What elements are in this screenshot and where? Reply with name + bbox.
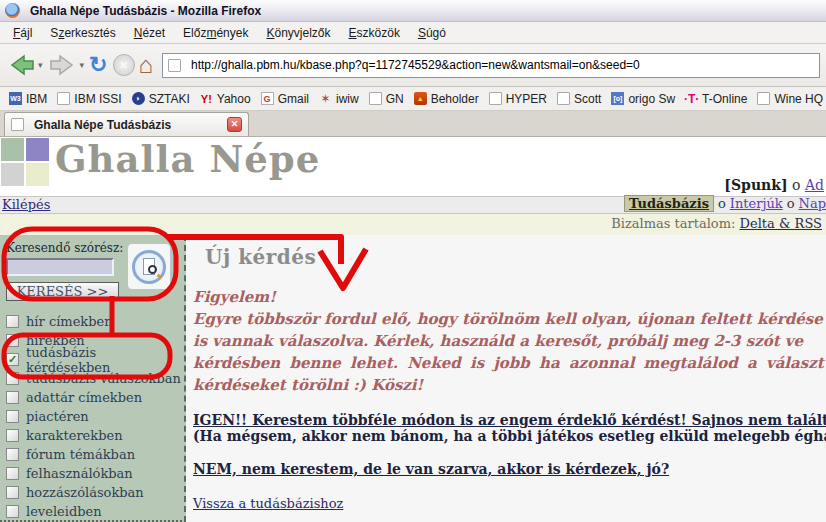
tab-bar: Ghalla Népe Tudásbázis ✕ [0,111,826,137]
checkbox-unchecked[interactable] [6,448,19,461]
warning-text: Figyelem! Egyre többször fordul elő, hog… [193,286,826,396]
menu-history[interactable]: Előzmények [174,23,257,43]
menu-help[interactable]: Súgó [409,23,455,43]
menu-edit[interactable]: Szerkesztés [41,23,124,43]
search-button[interactable]: KERESÉS >> [6,282,119,301]
bookmark-scott[interactable]: Scott [552,90,606,108]
bookmark-ibm-issi[interactable]: IBM ISSI [52,90,126,108]
home-icon: ⌂ [139,53,154,77]
ibm-w3-icon [9,92,22,105]
checkbox-unchecked[interactable] [6,372,19,385]
logo-square-purple [26,138,49,161]
bookmark-sztaki[interactable]: SZTAKI [127,90,195,108]
tab-favicon-icon [11,118,24,131]
bookmark-winehq[interactable]: Wine HQ [752,90,826,108]
scope-tudasbazis-valaszokban[interactable]: tudásbázis válaszokban [3,369,184,388]
site-title: Ghalla Népe [55,137,320,181]
reload-icon: ↻ [89,54,107,76]
menu-tools[interactable]: Eszközök [340,23,409,43]
bookmark-hyper[interactable]: HYPER [484,90,552,108]
checkbox-unchecked[interactable] [6,505,19,518]
forward-arrow-icon [48,52,78,78]
tab-close-icon[interactable]: ✕ [227,117,242,132]
bookmark-beholder[interactable]: Beholder [409,90,484,108]
back-to-knowledgebase-link[interactable]: Vissza a tudásbázishoz [193,496,343,511]
beholder-icon [414,92,427,105]
search-sidebar: Keresendő szórész: KERESÉS >> hír címekb… [0,235,186,522]
url-bar[interactable]: http://ghalla.pbm.hu/kbase.php?q=1172745… [162,53,820,78]
page-icon [57,92,70,105]
delta-rss-link[interactable]: Delta & RSS [740,216,822,231]
forward-dropdown-icon[interactable]: ▾ [80,60,85,70]
bookmark-origo[interactable]: origo Sw [606,90,680,108]
firefox-icon [5,3,20,18]
scope-adattar-cimekben[interactable]: adattár címekben [3,388,184,407]
yahoo-icon [200,92,213,105]
window-title: Ghalla Népe Tudásbázis - Mozilla Firefox [30,4,261,18]
scope-tudasbazis-kerdesekben[interactable]: tudásbázis kérdésekben [3,350,184,369]
scope-hozzaszolasokban[interactable]: hozzászólásokban [3,483,184,502]
page-title: Új kérdés [205,245,826,269]
tab-title: Ghalla Népe Tudásbázis [34,118,227,132]
page-icon [757,92,770,105]
search-scope-list: hír címekben hírekben tudásbázis kérdése… [3,312,184,522]
url-text[interactable]: http://ghalla.pbm.hu/kbase.php?q=1172745… [191,58,640,72]
confidential-bar: Bizalmas tartalom: Delta & RSS [0,214,826,235]
checkbox-unchecked[interactable] [6,391,19,404]
nav-link-interjuk[interactable]: Interjúk [730,196,783,211]
navigation-toolbar: ▾ ▾ ↻ ✕ ⌂ http://ghalla.pbm.hu/kbase.php… [0,44,826,87]
back-button[interactable] [6,52,36,78]
scope-karakterekben[interactable]: karakterekben [3,426,184,445]
tab-ghalla-nepe-tudasbazis[interactable]: Ghalla Népe Tudásbázis ✕ [4,112,249,136]
bookmark-gn[interactable]: GN [364,90,409,108]
checkbox-unchecked[interactable] [6,429,19,442]
bookmark-iwiw[interactable]: iwiw [314,90,364,108]
menu-bar: Fájl Szerkesztés Nézet Előzmények Könyvj… [0,22,826,44]
logo-square-yellow [26,163,49,186]
scope-hir-cimekben[interactable]: hír címekben [3,312,184,331]
scope-forum-temakban[interactable]: fórum témákban [3,445,184,464]
site-nav-bar: Kilépés Tudásbázis o Interjúk o Nap [0,196,826,214]
reload-button[interactable]: ↻ [89,54,107,76]
stop-button[interactable]: ✕ [113,54,135,76]
warning-heading: Figyelem! [193,286,826,308]
logo-square-gray [1,163,24,186]
checkbox-unchecked[interactable] [6,467,19,480]
yes-searched-link[interactable]: IGEN!! Kerestem többféle módon is az eng… [193,412,826,428]
bookmarks-bar: IBM IBM ISSI SZTAKI Yahoo Gmail iwiw GN … [0,87,826,111]
logout-link[interactable]: Kilépés [2,197,50,212]
nav-link-naplo[interactable]: Nap [799,196,826,211]
logo-square-green [1,138,24,161]
checkbox-unchecked[interactable] [6,410,19,423]
site-nav-links: Tudásbázis o Interjúk o Nap [624,195,826,212]
user-info: [Spunk] o Ad [724,177,824,193]
page-icon [557,92,570,105]
menu-bookmarks[interactable]: Könyvjelzők [257,23,339,43]
origo-icon [611,92,624,105]
bookmark-yahoo[interactable]: Yahoo [195,90,256,108]
bookmark-ibm[interactable]: IBM [4,90,52,108]
no-not-searched-link[interactable]: NEM, nem kerestem, de le van szarva, akk… [193,461,826,477]
yes-note-text: (Ha mégsem, akkor nem bánom, ha a többi … [193,428,826,444]
user-data-link[interactable]: Ad [805,177,824,193]
search-input[interactable] [6,258,114,276]
t-online-icon [685,92,698,105]
back-dropdown-icon[interactable]: ▾ [38,60,43,70]
scope-leveleidben[interactable]: leveleidben [3,502,184,521]
menu-view[interactable]: Nézet [125,23,174,43]
forward-button[interactable] [48,52,78,78]
nav-tab-tudasbazis[interactable]: Tudásbázis [624,195,714,212]
scope-felhasznalokban[interactable]: felhasználókban [3,464,184,483]
home-button[interactable]: ⌂ [139,53,154,77]
page-content: Ghalla Népe [Spunk] o Ad Kilépés Tudásbá… [0,137,826,522]
checkbox-checked[interactable] [6,353,19,366]
checkbox-unchecked[interactable] [6,334,19,347]
scope-piacteren[interactable]: piactéren [3,407,184,426]
iwiw-icon [319,92,332,105]
bookmark-gmail[interactable]: Gmail [256,90,314,108]
checkbox-unchecked[interactable] [6,486,19,499]
menu-file[interactable]: Fájl [4,23,41,43]
bookmark-tonline[interactable]: T-Online [680,90,752,108]
search-preview-button[interactable] [127,243,171,290]
checkbox-unchecked[interactable] [6,315,19,328]
